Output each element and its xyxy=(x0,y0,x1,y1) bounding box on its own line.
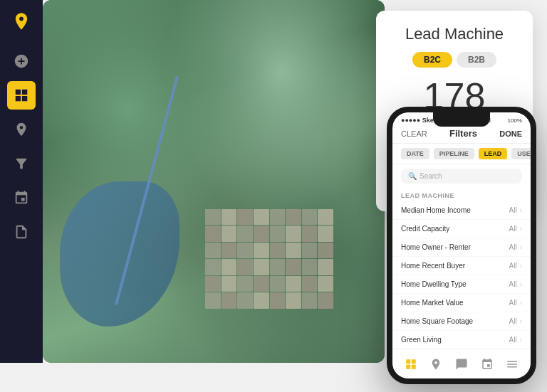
search-placeholder: Search xyxy=(420,172,442,180)
map-satellite-view xyxy=(43,0,385,363)
sidebar-item-grid[interactable] xyxy=(7,81,36,110)
phone-search-bar[interactable]: 🔍 Search xyxy=(401,169,522,184)
phone-done-button[interactable]: DONE xyxy=(499,129,522,138)
phone-tab-date[interactable]: DATE xyxy=(401,148,429,159)
sidebar-item-filter[interactable] xyxy=(7,149,36,178)
list-item[interactable]: Home Market Value All › xyxy=(392,294,531,312)
tab-group: B2C B2B xyxy=(390,52,519,68)
card-title: Lead Machine xyxy=(390,25,519,43)
tab-b2c[interactable]: B2C xyxy=(412,52,452,68)
phone-tab-pipeline[interactable]: PIPELINE xyxy=(434,148,474,159)
list-item-label: Home Square Footage xyxy=(401,317,473,325)
list-item-value: All › xyxy=(509,206,522,214)
phone-tab-lead[interactable]: LEAD xyxy=(479,148,508,159)
phone-tab-users[interactable]: USERS xyxy=(511,148,531,159)
phone-notch xyxy=(433,112,490,127)
list-item-label: Home Market Value xyxy=(401,299,464,307)
sidebar-item-add[interactable] xyxy=(7,47,36,75)
phone-nav-location[interactable] xyxy=(426,354,446,374)
list-item-value: All › xyxy=(509,262,522,270)
list-item[interactable]: Credit Capacity All › xyxy=(392,220,531,238)
status-battery: 100% xyxy=(508,117,522,124)
phone-bottom-nav xyxy=(392,349,531,378)
list-item-value: All › xyxy=(509,336,522,344)
list-item[interactable]: Home Dwelling Type All › xyxy=(392,275,531,294)
list-item[interactable]: Green Living All › xyxy=(392,331,531,349)
list-item-value: All › xyxy=(509,280,522,288)
phone-nav-calendar[interactable] xyxy=(477,354,497,374)
phone-section-label: LEAD MACHINE xyxy=(392,188,531,201)
search-icon: 🔍 xyxy=(408,172,417,180)
map-area[interactable] xyxy=(43,0,385,363)
phone-nav-menu[interactable] xyxy=(502,354,522,374)
list-item-value: All › xyxy=(509,225,522,233)
phone-header: CLEAR Filters DONE xyxy=(392,125,531,144)
urban-area-overlay xyxy=(205,209,333,309)
phone-nav-chat[interactable] xyxy=(452,354,472,374)
list-item-value: All › xyxy=(509,299,522,307)
phone-header-title: Filters xyxy=(449,128,477,139)
sidebar xyxy=(0,0,43,363)
tab-b2b[interactable]: B2B xyxy=(457,52,496,68)
list-item-label: Home Owner - Renter xyxy=(401,243,471,251)
list-item[interactable]: Home Recent Buyer All › xyxy=(392,257,531,275)
list-item-label: Median Home Income xyxy=(401,206,471,214)
list-item-label: Credit Capacity xyxy=(401,225,449,233)
sidebar-item-document[interactable] xyxy=(7,218,36,246)
sidebar-item-calendar[interactable] xyxy=(7,184,36,212)
list-item-value: All › xyxy=(509,317,522,325)
list-item[interactable]: Home Square Footage All › xyxy=(392,312,531,331)
list-item[interactable]: Home Owner - Renter All › xyxy=(392,238,531,257)
phone-screen: ●●●●● Sketch ✏ 9:41 AM 100% CLEAR Filter… xyxy=(392,112,531,378)
list-item-label: Green Living xyxy=(401,336,442,344)
phone-nav-grid[interactable] xyxy=(401,354,421,374)
phone-mockup: ●●●●● Sketch ✏ 9:41 AM 100% CLEAR Filter… xyxy=(387,107,536,384)
sidebar-logo xyxy=(7,7,36,36)
list-item-value: All › xyxy=(509,243,522,251)
phone-filter-tabs: DATE PIPELINE LEAD USERS xyxy=(392,144,531,164)
list-item-label: Home Dwelling Type xyxy=(401,280,467,288)
sidebar-item-location[interactable] xyxy=(7,115,36,144)
phone-clear-button[interactable]: CLEAR xyxy=(401,129,427,138)
list-item-label: Home Recent Buyer xyxy=(401,262,465,270)
list-item[interactable]: Median Home Income All › xyxy=(392,201,531,220)
